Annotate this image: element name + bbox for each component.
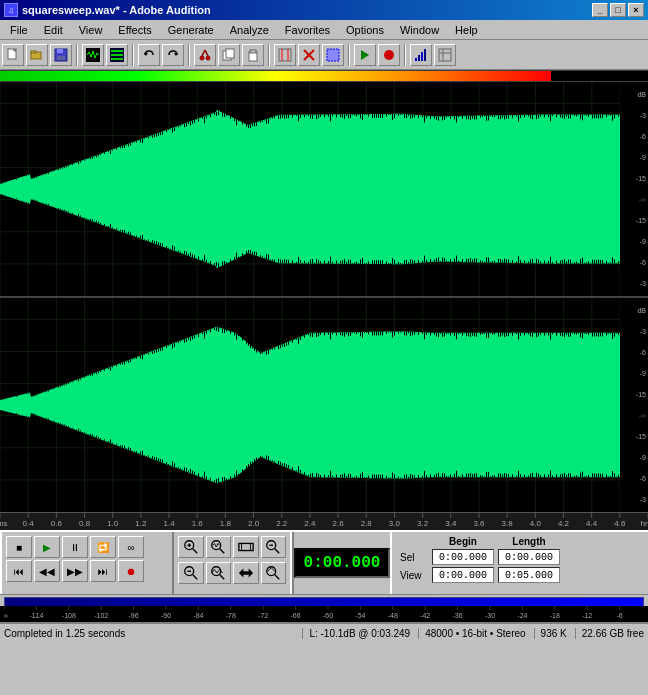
menu-help[interactable]: Help: [447, 22, 486, 38]
svg-line-47: [275, 549, 279, 553]
sel-row: Sel 0:00.000 0:00.000: [400, 549, 640, 565]
toolbar-separator-3: [188, 44, 190, 66]
title-bar-buttons[interactable]: _ □ ×: [592, 3, 644, 17]
go-end-button[interactable]: ⏭: [90, 560, 116, 582]
menu-bar: File Edit View Effects Generate Analyze …: [0, 20, 648, 40]
menu-options[interactable]: Options: [338, 22, 392, 38]
svg-rect-10: [111, 54, 123, 56]
menu-generate[interactable]: Generate: [160, 22, 222, 38]
view-begin-field[interactable]: 0:00.000: [432, 567, 494, 583]
waveform-container[interactable]: dB -3 -6 -9 -15 -∞ -15 -9 -6 -3 dB -3 -6…: [0, 82, 648, 512]
multitrack-button[interactable]: [106, 44, 128, 66]
toolbar-separator-5: [348, 44, 350, 66]
selection-bar[interactable]: [0, 594, 648, 606]
time-counter: 0:00.000: [294, 548, 391, 578]
menu-analyze[interactable]: Analyze: [222, 22, 277, 38]
svg-rect-31: [418, 55, 420, 61]
pause-button[interactable]: ⏸: [62, 536, 88, 558]
menu-effects[interactable]: Effects: [110, 22, 159, 38]
svg-line-17: [205, 50, 208, 56]
zoom-in-horizontal[interactable]: [178, 536, 204, 558]
close-button[interactable]: ×: [628, 3, 644, 17]
rewind-button[interactable]: ◀◀: [34, 560, 60, 582]
window-title: squaresweep.wav* - Adobe Audition: [22, 4, 211, 16]
zoom-selection[interactable]: [261, 536, 287, 558]
trim-button[interactable]: [274, 44, 296, 66]
play-button-tb[interactable]: [354, 44, 376, 66]
menu-file[interactable]: File: [2, 22, 36, 38]
paste-button[interactable]: [242, 44, 264, 66]
waveform-bottom-channel[interactable]: dB -3 -6 -9 -15 -∞ -15 -9 -6 -3: [0, 298, 648, 512]
transport-area: ■ ▶ ⏸ 🔁 ∞ ⏮ ◀◀ ▶▶ ⏭ ⏺: [0, 530, 648, 594]
new-button[interactable]: [2, 44, 24, 66]
app-icon: ♫: [4, 3, 18, 17]
select-all-button[interactable]: [322, 44, 344, 66]
loop-toggle[interactable]: ∞: [118, 536, 144, 558]
zoom-out-full2[interactable]: [233, 562, 259, 584]
waveform-bottom-canvas: [0, 298, 620, 512]
sel-length-field[interactable]: 0:00.000: [498, 549, 560, 565]
svg-line-38: [193, 549, 197, 553]
stop-button[interactable]: ■: [6, 536, 32, 558]
selection-indicator: [4, 597, 644, 606]
level-bar: [0, 70, 648, 82]
view-label: View: [400, 570, 428, 581]
time-info-panel: Begin Length Sel 0:00.000 0:00.000 View …: [392, 532, 648, 594]
copy-button[interactable]: [218, 44, 240, 66]
svg-rect-43: [239, 543, 253, 550]
menu-favorites[interactable]: Favorites: [277, 22, 338, 38]
status-bar: Completed in 1.25 seconds L: -10.1dB @ 0…: [0, 622, 648, 642]
zoom-in-waveform[interactable]: [206, 536, 232, 558]
menu-view[interactable]: View: [71, 22, 111, 38]
status-disk: 22.66 GB free: [575, 628, 644, 639]
record-button-tb[interactable]: [378, 44, 400, 66]
menu-window[interactable]: Window: [392, 22, 447, 38]
save-button[interactable]: [50, 44, 72, 66]
zoom-row-2: [178, 562, 286, 584]
cut-button[interactable]: [194, 44, 216, 66]
db-scale-canvas: [4, 606, 648, 622]
toolbar-separator-6: [404, 44, 406, 66]
svg-rect-11: [111, 58, 123, 60]
zoom-out-waveform[interactable]: [206, 562, 232, 584]
transport-row-1: ■ ▶ ⏸ 🔁 ∞: [6, 536, 168, 558]
toolbar: [0, 40, 648, 70]
status-position: L: -10.1dB @ 0:03.249: [302, 628, 410, 639]
fast-forward-button[interactable]: ▶▶: [62, 560, 88, 582]
zoom-to-selection[interactable]: [261, 562, 287, 584]
go-start-button[interactable]: ⏮: [6, 560, 32, 582]
redo-button[interactable]: [162, 44, 184, 66]
open-button[interactable]: [26, 44, 48, 66]
svg-rect-9: [111, 50, 123, 52]
svg-rect-5: [57, 49, 63, 53]
level-bar-fill: [0, 71, 551, 81]
db-scale-bar: [0, 606, 648, 622]
svg-rect-27: [327, 49, 339, 61]
spectrum-button[interactable]: [410, 44, 432, 66]
svg-rect-30: [415, 58, 417, 61]
view-length-field[interactable]: 0:05.000: [498, 567, 560, 583]
sel-label: Sel: [400, 552, 428, 563]
menu-edit[interactable]: Edit: [36, 22, 71, 38]
toolbar-separator-4: [268, 44, 270, 66]
delete-button[interactable]: [298, 44, 320, 66]
status-memory: 936 K: [534, 628, 567, 639]
record-button[interactable]: ⏺: [118, 560, 144, 582]
waveform-top-channel[interactable]: dB -3 -6 -9 -15 -∞ -15 -9 -6 -3: [0, 82, 648, 298]
transport-controls: ■ ▶ ⏸ 🔁 ∞ ⏮ ◀◀ ▶▶ ⏭ ⏺: [2, 532, 172, 594]
zoom-out-horizontal[interactable]: [178, 562, 204, 584]
play-button[interactable]: ▶: [34, 536, 60, 558]
zoom-out-full[interactable]: [233, 536, 259, 558]
properties-button[interactable]: [434, 44, 456, 66]
length-header: Length: [498, 536, 560, 547]
svg-rect-34: [439, 49, 451, 61]
undo-button[interactable]: [138, 44, 160, 66]
sel-begin-field[interactable]: 0:00.000: [432, 549, 494, 565]
minimize-button[interactable]: _: [592, 3, 608, 17]
svg-point-14: [200, 56, 204, 60]
waveform-view-button[interactable]: [82, 44, 104, 66]
begin-header: Begin: [432, 536, 494, 547]
play-looped-button[interactable]: 🔁: [90, 536, 116, 558]
svg-line-55: [275, 575, 279, 579]
maximize-button[interactable]: □: [610, 3, 626, 17]
